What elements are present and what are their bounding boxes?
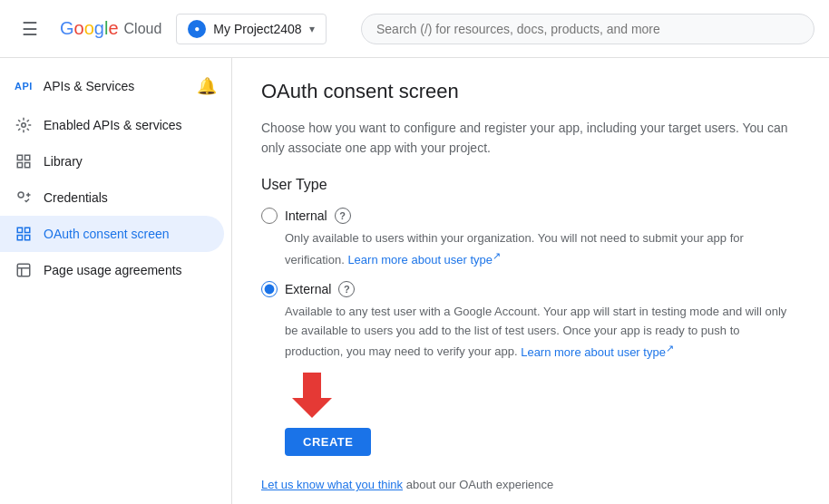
search-input[interactable] — [361, 14, 814, 44]
sidebar-item-label-enabled-apis: Enabled APIs & services — [44, 118, 182, 132]
red-arrow-svg — [285, 373, 339, 418]
external-help-icon[interactable]: ? — [338, 281, 355, 297]
sidebar-item-enabled-apis[interactable]: Enabled APIs & services — [0, 107, 224, 143]
internal-label-text: Internal — [285, 208, 327, 223]
sidebar-item-library[interactable]: Library — [0, 143, 224, 179]
footer-suffix: about our OAuth experience — [403, 478, 553, 491]
main-layout: API APIs & Services 🔔 Enabled APIs & ser… — [0, 58, 829, 504]
header: ☰ Google Cloud ● My Project2408 ▾ — [0, 0, 829, 58]
page-description: Choose how you want to configure and reg… — [261, 118, 800, 159]
external-learn-more-link[interactable]: Learn more about user type↗ — [521, 345, 674, 359]
svg-marker-11 — [292, 373, 332, 418]
svg-point-5 — [18, 192, 24, 198]
svg-rect-7 — [25, 228, 30, 232]
page-title: OAuth consent screen — [261, 80, 800, 103]
sidebar-title: APIs & Services — [44, 79, 134, 93]
library-icon — [15, 152, 33, 170]
internal-option: Internal ? Only available to users withi… — [261, 208, 800, 270]
google-cloud-logo: Google Cloud — [60, 18, 161, 39]
svg-rect-4 — [25, 163, 30, 168]
sidebar-item-label-page-usage: Page usage agreements — [44, 263, 182, 277]
internal-learn-more-link[interactable]: Learn more about user type↗ — [347, 253, 501, 267]
project-name: My Project2408 — [213, 22, 301, 36]
user-type-section-title: User Type — [261, 177, 800, 193]
external-link-icon-2: ↗ — [666, 342, 674, 353]
create-button[interactable]: CREATE — [285, 428, 371, 456]
internal-radio-input[interactable] — [261, 208, 278, 224]
page-usage-icon — [15, 261, 33, 279]
svg-rect-1 — [17, 155, 22, 160]
svg-point-0 — [22, 123, 26, 128]
internal-radio-label[interactable]: Internal ? — [261, 208, 800, 224]
api-badge: API — [15, 81, 33, 92]
hamburger-menu-icon[interactable]: ☰ — [15, 11, 45, 47]
chevron-down-icon: ▾ — [309, 23, 315, 35]
sidebar-item-label-oauth: OAuth consent screen — [44, 227, 170, 241]
svg-rect-9 — [25, 236, 30, 240]
external-radio-label[interactable]: External ? — [261, 281, 800, 297]
footer-text: Let us know what you think about our OAu… — [261, 478, 800, 491]
external-option: External ? Available to any test user wi… — [261, 281, 800, 363]
search-bar — [361, 14, 814, 44]
external-link-icon: ↗ — [493, 250, 501, 261]
enabled-apis-icon — [15, 116, 33, 134]
arrow-annotation — [285, 373, 800, 421]
bell-icon[interactable]: 🔔 — [197, 76, 217, 96]
project-selector[interactable]: ● My Project2408 ▾ — [176, 14, 326, 44]
project-dot-icon: ● — [188, 20, 206, 38]
oauth-icon — [15, 225, 33, 243]
internal-help-icon[interactable]: ? — [335, 208, 351, 224]
sidebar-item-label-credentials: Credentials — [44, 190, 108, 205]
svg-rect-2 — [25, 155, 30, 160]
sidebar-item-page-usage[interactable]: Page usage agreements — [0, 252, 224, 288]
sidebar-item-oauth-consent[interactable]: OAuth consent screen — [0, 216, 224, 252]
external-label-text: External — [285, 282, 331, 296]
sidebar: API APIs & Services 🔔 Enabled APIs & ser… — [0, 58, 232, 504]
cloud-text: Cloud — [124, 21, 162, 37]
svg-rect-8 — [17, 236, 22, 240]
feedback-link[interactable]: Let us know what you think — [261, 478, 403, 491]
svg-rect-3 — [17, 163, 22, 168]
external-radio-input[interactable] — [261, 281, 278, 297]
svg-rect-10 — [17, 264, 30, 276]
sidebar-item-label-library: Library — [44, 154, 83, 169]
internal-description: Only available to users within your orga… — [285, 229, 800, 270]
sidebar-header: API APIs & Services 🔔 — [0, 65, 231, 107]
credentials-icon — [15, 189, 33, 207]
sidebar-item-credentials[interactable]: Credentials — [0, 179, 224, 216]
svg-rect-6 — [17, 228, 22, 232]
main-content: OAuth consent screen Choose how you want… — [232, 58, 829, 504]
external-description: Available to any test user with a Google… — [285, 303, 800, 363]
